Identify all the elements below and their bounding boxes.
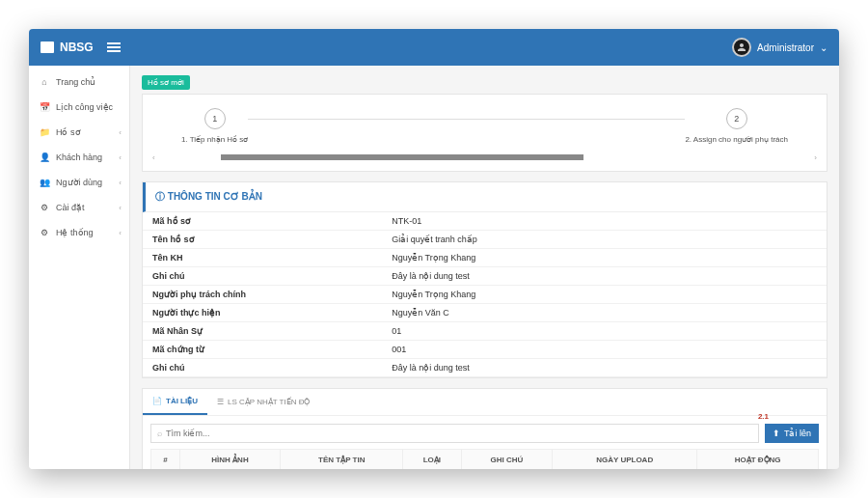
- new-record-badge[interactable]: Hồ sơ mới: [142, 75, 190, 90]
- info-label: Ghi chú: [143, 359, 382, 377]
- info-row: Mã Nhân Sự01: [143, 322, 827, 341]
- list-icon: ☰: [217, 398, 224, 406]
- info-value[interactable]: Nguyễn Trọng Khang: [382, 249, 827, 267]
- folder-icon: 📁: [39, 127, 50, 137]
- chevron-left-icon: ‹: [119, 179, 122, 187]
- info-label: Người phụ trách chính: [143, 286, 382, 304]
- file-icon: 📄: [152, 397, 162, 405]
- user-menu[interactable]: Administrator ⌄: [732, 38, 827, 57]
- info-row: Tên hồ sơGiải quyết tranh chấp: [143, 231, 827, 249]
- info-row: Mã hồ sơNTK-01: [143, 212, 827, 231]
- sidebar-item-2[interactable]: 📁Hồ sơ‹: [29, 120, 129, 145]
- sidebar-item-6[interactable]: ⚙Hệ thống‹: [29, 220, 129, 245]
- tabs-card: 📄 TÀI LIỆU ☰ LS CẬP NHẬT TIẾN ĐỘ 2.1 ⌕: [142, 388, 827, 469]
- sidebar-item-label: Khách hàng: [56, 152, 102, 162]
- sidebar-item-label: Hồ sơ: [56, 127, 81, 137]
- info-value: Nguyễn Trọng Khang: [382, 286, 827, 304]
- main-content: Hồ sơ mới 1 1. Tiếp nhận Hồ sơ 2 2. Assi…: [130, 66, 839, 469]
- search-input[interactable]: [166, 429, 752, 438]
- sidebar-item-label: Người dùng: [56, 178, 102, 187]
- sidebar-item-3[interactable]: 👤Khách hàng‹: [29, 145, 129, 170]
- chevron-down-icon: ⌄: [820, 42, 827, 53]
- user-cog-icon: ⚙: [39, 203, 50, 212]
- grid-header[interactable]: TÊN TẬP TIN: [281, 450, 403, 470]
- sidebar-item-label: Hệ thống: [56, 228, 94, 237]
- stepper-card: 1 1. Tiếp nhận Hồ sơ 2 2. Assign cho ngư…: [142, 94, 827, 172]
- top-bar: NBSG Administrator ⌄: [29, 29, 839, 66]
- home-icon: ⌂: [39, 77, 50, 87]
- info-icon: ⓘ: [155, 191, 168, 202]
- step-2-label: 2. Assign cho người phụ trách: [685, 135, 788, 144]
- sidebar-item-0[interactable]: ⌂Trang chủ: [29, 69, 129, 95]
- info-value: 01: [382, 322, 827, 341]
- sidebar: ⌂Trang chủ📅Lịch công việc📁Hồ sơ‹👤Khách h…: [29, 66, 130, 469]
- tabs-row: 📄 TÀI LIỆU ☰ LS CẬP NHẬT TIẾN ĐỘ: [143, 389, 827, 416]
- step-2-circle: 2: [726, 108, 747, 129]
- chevron-left-icon: ‹: [119, 229, 122, 237]
- menu-toggle-button[interactable]: [107, 41, 121, 54]
- avatar-icon: [732, 38, 751, 57]
- tab-progress-history[interactable]: ☰ LS CẬP NHẬT TIẾN ĐỘ: [207, 389, 319, 415]
- grid-header[interactable]: #: [151, 450, 180, 470]
- info-table: Mã hồ sơNTK-01Tên hồ sơGiải quyết tranh …: [143, 212, 827, 377]
- version-label: 2.1: [758, 412, 769, 421]
- info-value: Nguyễn Văn C: [382, 304, 827, 322]
- users-icon: 👥: [39, 178, 50, 187]
- chevron-left-icon: ‹: [119, 153, 122, 162]
- brand-text: NBSG: [60, 41, 94, 54]
- grid-header[interactable]: HÌNH ẢNH: [179, 450, 281, 470]
- sidebar-item-1[interactable]: 📅Lịch công việc: [29, 95, 129, 120]
- brand[interactable]: NBSG: [41, 41, 94, 54]
- grid-header[interactable]: NGÀY UPLOAD: [553, 450, 697, 470]
- step-2[interactable]: 2 2. Assign cho người phụ trách: [685, 108, 788, 144]
- search-icon: ⌕: [157, 429, 162, 438]
- grid-header[interactable]: LOẠI: [403, 450, 461, 470]
- sidebar-item-5[interactable]: ⚙Cài đặt‹: [29, 195, 129, 220]
- documents-table: #HÌNH ẢNHTÊN TẬP TINLOẠIGHI CHÚNGÀY UPLO…: [150, 449, 819, 469]
- info-row: Tên KHNguyễn Trọng Khang: [143, 249, 827, 267]
- sidebar-item-label: Cài đặt: [56, 203, 85, 212]
- folder-icon: [41, 42, 54, 53]
- basic-info-card: ⓘ THÔNG TIN CƠ BẢN Mã hồ sơNTK-01Tên hồ …: [142, 181, 827, 378]
- step-1-label: 1. Tiếp nhận Hồ sơ: [181, 135, 248, 144]
- info-row: Người thực hiệnNguyễn Văn C: [143, 304, 827, 322]
- tab-documents[interactable]: 📄 TÀI LIỆU: [143, 389, 207, 415]
- info-label: Mã hồ sơ: [143, 212, 382, 231]
- info-row: Mã chứng từ001: [143, 341, 827, 359]
- search-input-wrap[interactable]: ⌕: [150, 424, 759, 443]
- info-label: Người thực hiện: [143, 304, 382, 322]
- step-connector: [248, 119, 685, 120]
- gear-icon: ⚙: [39, 228, 50, 237]
- info-label: Mã chứng từ: [143, 341, 382, 359]
- info-value: Đây là nội dung test: [382, 359, 827, 377]
- step-1[interactable]: 1 1. Tiếp nhận Hồ sơ: [181, 108, 248, 144]
- basic-info-header: ⓘ THÔNG TIN CƠ BẢN: [143, 182, 827, 212]
- info-label: Mã Nhân Sự: [143, 322, 382, 341]
- app-window: NBSG Administrator ⌄ ⌂Trang chủ📅Lịch côn…: [29, 29, 839, 469]
- sidebar-item-4[interactable]: 👥Người dùng‹: [29, 170, 129, 195]
- info-row: Ghi chúĐây là nội dung test: [143, 359, 827, 377]
- upload-icon: ⬆: [773, 429, 780, 438]
- user-icon: 👤: [39, 152, 50, 162]
- info-row: Ghi chúĐây là nội dung test: [143, 267, 827, 286]
- chevron-left-icon: ‹: [119, 128, 122, 137]
- sidebar-item-label: Trang chủ: [56, 77, 95, 87]
- info-label: Ghi chú: [143, 267, 382, 286]
- step-1-circle: 1: [204, 108, 226, 129]
- chevron-left-icon: ‹: [119, 204, 122, 212]
- info-label: Tên hồ sơ: [143, 231, 382, 249]
- grid-header[interactable]: GHI CHÚ: [461, 450, 553, 470]
- info-value: Đây là nội dung test: [382, 267, 827, 286]
- user-name: Administrator: [757, 42, 814, 53]
- info-value: Giải quyết tranh chấp: [382, 231, 827, 249]
- sidebar-item-label: Lịch công việc: [56, 102, 113, 112]
- horizontal-scrollbar[interactable]: ‹ ›: [152, 153, 817, 161]
- info-value: NTK-01: [382, 212, 827, 231]
- info-row: Người phụ trách chínhNguyễn Trọng Khang: [143, 286, 827, 304]
- info-label: Tên KH: [143, 249, 382, 267]
- calendar-icon: 📅: [39, 102, 50, 112]
- grid-header[interactable]: HOẠT ĐỘNG: [697, 450, 819, 470]
- upload-button[interactable]: ⬆ Tải lên: [765, 424, 819, 443]
- info-value: 001: [382, 341, 827, 359]
